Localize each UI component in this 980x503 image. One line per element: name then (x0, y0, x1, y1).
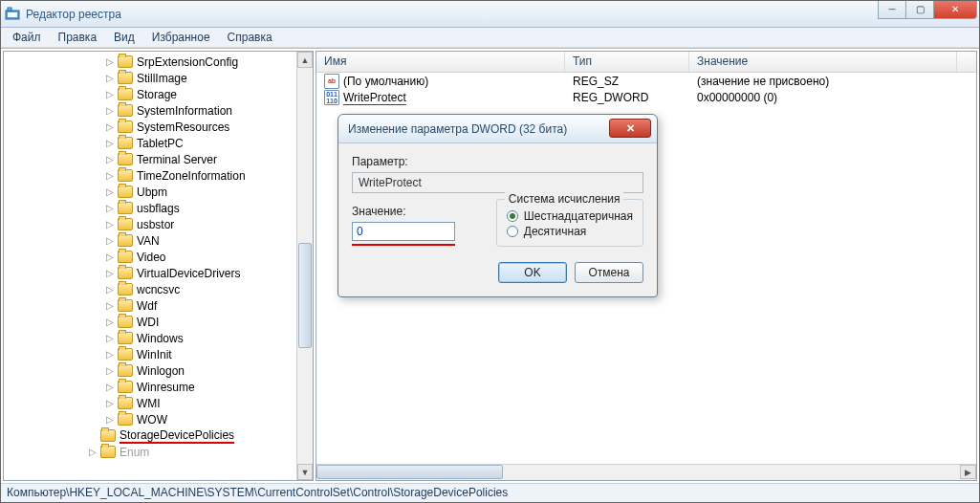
expand-icon[interactable]: ▷ (104, 235, 116, 246)
tree-item[interactable]: ▷SystemResources (4, 119, 313, 135)
tree-item[interactable]: ▷VAN (4, 232, 313, 249)
tree-label: SystemInformation (137, 104, 232, 118)
folder-icon (118, 332, 133, 344)
edit-dword-dialog: Изменение параметра DWORD (32 бита) ✕ Па… (338, 114, 658, 297)
tree-item[interactable]: ▷WinInit (4, 346, 313, 362)
tree-item[interactable]: ▷TimeZoneInformation (4, 167, 313, 184)
h-scroll-thumb[interactable] (316, 465, 503, 479)
tree-item[interactable]: ▷Terminal Server (4, 151, 313, 167)
list-row[interactable]: 011110WriteProtectREG_DWORD0x00000000 (0… (316, 89, 976, 105)
expand-icon[interactable]: ▷ (104, 154, 116, 164)
scroll-down-icon[interactable]: ▼ (297, 464, 313, 480)
tree-item[interactable]: ▷Storage (4, 86, 313, 102)
expand-icon[interactable]: ▷ (104, 349, 116, 360)
expand-icon[interactable]: ▷ (104, 333, 116, 343)
expand-icon[interactable]: ▷ (87, 447, 98, 457)
tree-item[interactable]: ▷Wdf (4, 297, 313, 314)
expand-icon[interactable]: ▷ (104, 170, 116, 181)
tree-item[interactable]: ▷Windows (4, 330, 313, 346)
expand-icon[interactable]: ▷ (104, 186, 116, 197)
tree-label: WinInit (137, 348, 172, 361)
expand-icon[interactable]: ▷ (104, 219, 116, 230)
tree-item[interactable]: ▷wcncsvc (4, 281, 313, 297)
tree-label: WOW (137, 413, 167, 426)
expand-icon[interactable]: ▷ (104, 89, 116, 99)
tree-item-selected[interactable]: StorageDevicePolicies (4, 427, 313, 444)
expand-icon[interactable]: ▷ (104, 268, 116, 278)
menu-help[interactable]: Справка (220, 29, 280, 46)
minimize-button[interactable]: ─ (878, 0, 906, 19)
col-value[interactable]: Значение (689, 52, 957, 72)
expand-icon[interactable]: ▷ (104, 284, 116, 295)
scroll-up-icon[interactable]: ▲ (297, 52, 313, 68)
expand-icon[interactable]: ▷ (104, 138, 116, 148)
value-input[interactable] (352, 222, 455, 241)
expand-icon[interactable]: ▷ (104, 398, 116, 408)
folder-icon (118, 137, 133, 149)
svg-rect-1 (8, 8, 11, 11)
tree-item[interactable]: ▷Enum (4, 444, 313, 460)
value-name: (По умолчанию) (343, 75, 428, 88)
tree-item[interactable]: ▷WOW (4, 411, 313, 427)
radio-dec-icon (507, 226, 518, 237)
menu-favorites[interactable]: Избранное (144, 29, 218, 46)
expand-icon[interactable]: ▷ (104, 300, 116, 311)
tree-item[interactable]: ▷Ubpm (4, 184, 313, 200)
radio-dec[interactable]: Десятичная (507, 225, 633, 238)
cell-name: 011110WriteProtect (316, 90, 565, 105)
close-button[interactable]: ✕ (933, 0, 977, 19)
ok-button[interactable]: OK (498, 262, 567, 283)
folder-icon (118, 218, 133, 230)
tree-label: Enum (120, 446, 149, 459)
tree-label: VirtualDeviceDrivers (137, 267, 240, 280)
tree-item[interactable]: ▷WDI (4, 314, 313, 330)
tree-item[interactable]: ▷usbflags (4, 200, 313, 216)
tree-item[interactable]: ▷StillImage (4, 70, 313, 86)
maximize-button[interactable]: ▢ (905, 0, 934, 19)
folder-icon (118, 202, 133, 214)
tree-label: Storage (137, 88, 177, 101)
tree-item[interactable]: ▷Winlogon (4, 362, 313, 379)
expand-icon[interactable]: ▷ (104, 73, 116, 83)
cell-type: REG_SZ (565, 75, 689, 88)
cancel-button[interactable]: Отмена (575, 262, 643, 283)
tree-item[interactable]: ▷TabletPC (4, 135, 313, 151)
dialog-title[interactable]: Изменение параметра DWORD (32 бита) ✕ (338, 115, 657, 143)
menu-edit[interactable]: Правка (51, 29, 105, 46)
tree-item[interactable]: ▷Winresume (4, 379, 313, 395)
radio-hex-label: Шестнадцатеричная (524, 209, 633, 223)
tree-scrollbar[interactable]: ▲ ▼ (296, 52, 313, 480)
expand-icon[interactable]: ▷ (104, 414, 116, 425)
col-name[interactable]: Имя (316, 52, 565, 72)
list-h-scrollbar[interactable]: ▶ (316, 464, 976, 480)
tree-item[interactable]: ▷SrpExtensionConfig (4, 54, 313, 70)
expand-icon[interactable]: ▷ (104, 382, 116, 392)
expand-icon[interactable]: ▷ (104, 121, 116, 132)
tree-item[interactable]: ▷SystemInformation (4, 102, 313, 119)
dialog-close-button[interactable]: ✕ (609, 119, 651, 138)
folder-icon (118, 364, 133, 377)
expand-icon[interactable]: ▷ (104, 317, 116, 327)
menu-file[interactable]: Файл (5, 29, 49, 46)
expand-icon[interactable]: ▷ (104, 105, 116, 116)
radio-hex[interactable]: Шестнадцатеричная (507, 209, 633, 223)
expand-icon[interactable]: ▷ (104, 56, 116, 67)
folder-icon (118, 234, 133, 247)
expand-icon[interactable]: ▷ (104, 203, 116, 213)
folder-icon (100, 446, 116, 458)
menu-view[interactable]: Вид (106, 29, 142, 46)
value-label: Значение: (352, 205, 477, 218)
list-row[interactable]: ab(По умолчанию)REG_SZ(значение не присв… (316, 73, 976, 89)
tree-item[interactable]: ▷Video (4, 249, 313, 265)
tree-item[interactable]: ▷usbstor (4, 216, 313, 232)
folder-icon (118, 251, 133, 263)
tree-item[interactable]: ▷WMI (4, 395, 313, 411)
tree-item[interactable]: ▷VirtualDeviceDrivers (4, 265, 313, 281)
tree-label: Ubpm (137, 186, 167, 199)
expand-icon[interactable]: ▷ (104, 365, 116, 376)
expand-icon[interactable]: ▷ (104, 252, 116, 262)
h-scroll-right-icon[interactable]: ▶ (960, 465, 976, 479)
folder-icon (118, 267, 133, 279)
col-type[interactable]: Тип (565, 52, 689, 72)
scroll-thumb[interactable] (298, 243, 312, 348)
